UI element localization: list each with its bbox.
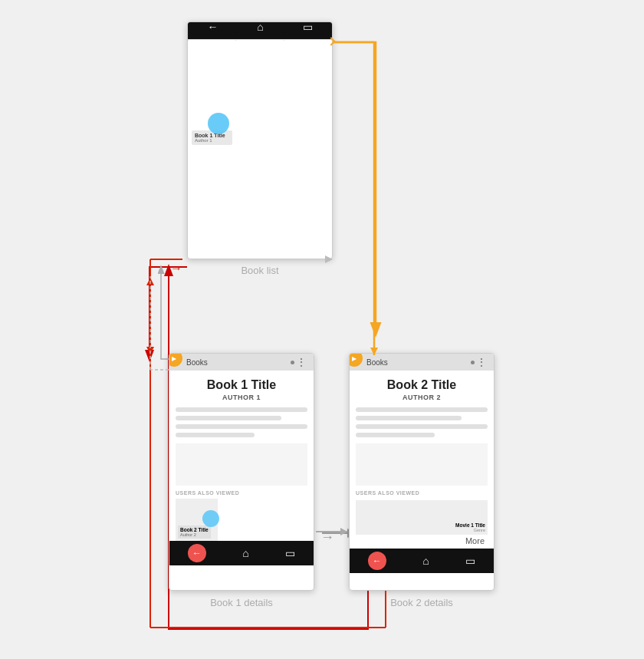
book2-detail-content: Book 2 Title AUTHOR 2 USERS ALSO VIEWED … <box>350 371 494 549</box>
recent-nav-icon[interactable]: ▭ <box>303 21 313 33</box>
navbar: ← ⌂ ▭ <box>188 21 332 39</box>
book2-home-icon[interactable]: ⌂ <box>422 555 429 567</box>
book2-navbar: ← ⌂ ▭ <box>350 549 494 573</box>
book1-also-viewed-item[interactable]: Book 2 Title Author 2 <box>176 499 218 541</box>
also-viewed-title: Book 2 Title <box>180 527 209 532</box>
book1-also-viewed: Book 2 Title Author 2 <box>176 499 307 541</box>
mini-book-title: Book 1 Title <box>195 133 229 138</box>
book-cell-4-2[interactable] <box>236 203 283 257</box>
book-cell-4-1[interactable] <box>189 203 235 257</box>
book1-image-area <box>176 443 307 486</box>
book2-statusbar: 📚 Books ⋮ <box>350 354 494 371</box>
book-cell-2-3[interactable] <box>284 94 331 148</box>
book2-recent-icon[interactable]: ▭ <box>465 555 475 567</box>
svg-marker-11 <box>146 278 154 285</box>
gray-arrow-between-screens: → <box>320 529 334 545</box>
movie-title: Movie 1 Title <box>455 522 485 528</box>
book1-detail-content: Book 1 Title AUTHOR 1 USERS ALSO VIEWED … <box>169 371 314 541</box>
book-cell-3-3[interactable] <box>284 149 331 203</box>
also-viewed-ripple <box>202 510 219 527</box>
b2-text-line-4 <box>356 433 435 437</box>
book2-detail-label: Book 2 details <box>349 597 495 608</box>
book1-title: Book 1 Title <box>176 378 307 392</box>
book-cell-2-1[interactable]: Book 1 Title Author 1 <box>189 94 235 148</box>
back-nav-icon[interactable]: ← <box>207 21 218 33</box>
movie-genre: Genre <box>455 528 485 532</box>
more-label[interactable]: More <box>356 535 488 547</box>
svg-marker-7 <box>146 347 154 354</box>
book-cell-1-1[interactable] <box>189 40 235 94</box>
also-viewed-author: Author 2 <box>180 532 209 537</box>
book2-statusbar-wrapper: 📚 Books ⋮ ▶ <box>350 354 494 371</box>
text-line-3 <box>176 424 307 429</box>
text-line-2 <box>176 416 281 420</box>
mini-book-author: Author 1 <box>195 138 229 143</box>
book2-back-button[interactable]: ← <box>368 552 386 570</box>
book-cell-3-1[interactable] <box>189 149 235 203</box>
book1-statusbar: 📚 Books ⋮ <box>169 354 314 371</box>
book1-home-icon[interactable]: ⌂ <box>242 547 248 559</box>
book-cell-1-3[interactable] <box>284 40 331 94</box>
book-list-screen: 📚 Books ⋮ Book 1 Title Author 1 <box>187 21 333 259</box>
b1-menu-icon[interactable]: ⋮ <box>296 356 307 368</box>
book-cell-2-2[interactable] <box>236 94 283 148</box>
movie-card: Movie 1 Title Genre <box>455 522 485 532</box>
red-arrow-to-booklist: → <box>170 262 182 275</box>
book-cell-3-2[interactable] <box>236 149 283 203</box>
home-nav-icon[interactable]: ⌂ <box>257 21 263 33</box>
b2-menu-icon[interactable]: ⋮ <box>476 356 488 368</box>
book2-author: AUTHOR 2 <box>356 394 488 401</box>
b1-status-dot <box>291 361 294 364</box>
movie-item-container[interactable]: Movie 1 Title Genre <box>356 500 488 535</box>
book2-detail-screen: 📚 Books ⋮ ▶ Book 2 Title AUTHOR 2 USERS … <box>349 353 495 591</box>
book2-also-viewed: Movie 1 Title Genre More <box>356 499 488 549</box>
book2-text-lines <box>356 407 488 437</box>
book2-status-dots: ⋮ <box>471 356 488 368</box>
book1-navbar: ← ⌂ ▭ <box>169 541 314 565</box>
book2-section-label: USERS ALSO VIEWED <box>356 490 488 496</box>
b2-text-line-2 <box>356 416 462 420</box>
book1-section-label: USERS ALSO VIEWED <box>176 490 307 496</box>
b2-text-line-3 <box>356 424 488 429</box>
book1-detail-screen: 📚 Books ⋮ ▶ Book 1 Title AUTHOR 1 USERS … <box>169 353 314 591</box>
book2-status-title: Books <box>366 358 388 367</box>
book1-back-button[interactable]: ← <box>188 544 206 562</box>
book-grid: Book 1 Title Author 1 <box>188 39 332 41</box>
svg-marker-4 <box>340 528 347 535</box>
b2-status-dot <box>471 361 475 364</box>
book1-status-dots: ⋮ <box>291 356 307 368</box>
book2-image-area <box>356 443 488 486</box>
text-line-4 <box>176 433 255 437</box>
also-viewed-card: Book 2 Title Author 2 <box>178 526 211 539</box>
b2-text-line-1 <box>356 407 488 412</box>
book-cell-1-2[interactable] <box>236 40 283 94</box>
book-list-label: Book list <box>187 265 333 276</box>
book1-statusbar-wrapper: 📚 Books ⋮ ▶ <box>169 354 314 371</box>
book-cell-4-3[interactable] <box>284 203 331 257</box>
book1-recent-icon[interactable]: ▭ <box>285 547 295 559</box>
book1-author: AUTHOR 1 <box>176 394 307 401</box>
book1-text-lines <box>176 407 307 437</box>
text-line-1 <box>176 407 307 412</box>
book1-detail-label: Book 1 details <box>169 597 314 608</box>
book1-status-title: Books <box>186 358 208 367</box>
book2-title: Book 2 Title <box>356 378 488 392</box>
